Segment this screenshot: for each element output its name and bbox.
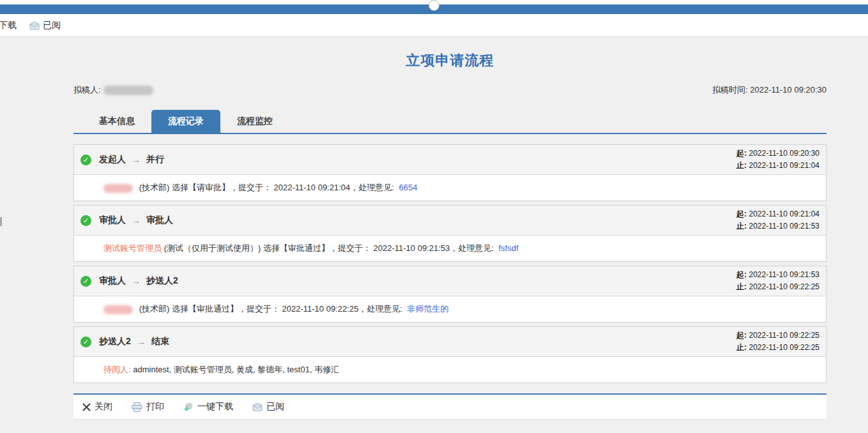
step-header: ✓ 审批人 → 抄送人2 起: 2022-11-10 09:21:53 止: 2…	[74, 266, 826, 296]
step-to: 审批人	[146, 215, 173, 226]
draft-time: 拟稿时间: 2022-11-10 09:20:30	[712, 84, 826, 96]
end-time: 2022-11-10 09:21:53	[749, 222, 819, 231]
read-button[interactable]: 已阅	[252, 401, 284, 413]
start-time: 2022-11-10 09:20:30	[749, 149, 819, 158]
read-label: 已阅	[266, 401, 284, 413]
close-label: 关闭	[95, 401, 112, 413]
step-header: ✓ 发起人 → 并行 起: 2022-11-10 09:20:30 止: 202…	[74, 145, 826, 174]
step-times: 起: 2022-11-10 09:20:30 止: 2022-11-10 09:…	[736, 148, 819, 172]
start-label: 起:	[736, 331, 747, 340]
draft-time-value: 2022-11-10 09:20:30	[750, 85, 826, 95]
redacted-name	[103, 184, 133, 193]
step-to: 结束	[151, 336, 169, 347]
detail-text: admintest, 测试账号管理员, 黄成, 黎德年, test01, 韦修汇	[133, 365, 339, 374]
workflow-step: ✓ 发起人 → 并行 起: 2022-11-10 09:20:30 止: 202…	[73, 144, 826, 201]
comment-link[interactable]: 非师范生的	[407, 304, 449, 314]
step-header: ✓ 审批人 → 审批人 起: 2022-11-10 09:21:04 止: 20…	[74, 206, 826, 235]
check-circle-icon: ✓	[80, 215, 91, 226]
start-time: 2022-11-10 09:22:25	[749, 331, 819, 340]
step-detail: (技术部) 选择【审批通过】，提交于： 2022-11-10 09:22:25，…	[74, 296, 826, 322]
draft-time-label: 拟稿时间:	[712, 85, 748, 95]
page: 下载 已阅 立项申请流程 拟稿人: 拟稿时间: 2022-11-10 09:20…	[0, 0, 868, 433]
step-from: 审批人	[99, 215, 126, 226]
step-times: 起: 2022-11-10 09:22:25 止: 2022-11-10 09:…	[736, 330, 819, 354]
end-time: 2022-11-10 09:22:25	[749, 282, 819, 291]
envelope-icon	[252, 402, 263, 411]
top-read-label: 已阅	[43, 20, 61, 31]
step-route: ✓ 审批人 → 审批人	[80, 215, 173, 226]
workflow-steps: ✓ 发起人 → 并行 起: 2022-11-10 09:20:30 止: 202…	[73, 144, 826, 383]
arrow-right-icon: →	[132, 155, 141, 165]
arrow-right-icon: →	[132, 215, 141, 225]
workflow-step: ✓ 审批人 → 审批人 起: 2022-11-10 09:21:04 止: 20…	[73, 205, 826, 262]
comment-link[interactable]: 6654	[399, 183, 418, 192]
tab-process-monitor[interactable]: 流程监控	[220, 110, 289, 133]
top-toolbar: 下载 已阅	[0, 14, 868, 37]
check-circle-icon: ✓	[80, 337, 91, 347]
printer-icon	[132, 402, 142, 412]
resize-handle[interactable]	[429, 0, 439, 11]
step-route: ✓ 抄送人2 → 结束	[80, 336, 169, 347]
step-detail: 测试账号管理员 (测试（仅用于测试使用）) 选择【审批通过】，提交于： 2022…	[74, 235, 826, 261]
check-circle-icon: ✓	[80, 276, 91, 287]
step-detail: 待阅人: admintest, 测试账号管理员, 黄成, 黎德年, test01…	[74, 356, 826, 383]
close-icon	[82, 403, 91, 411]
tab-basic-info[interactable]: 基本信息	[82, 110, 151, 133]
step-to: 抄送人2	[146, 275, 178, 287]
redacted-name	[103, 305, 133, 314]
detail-text: (技术部) 选择【请审批】，提交于： 2022-11-10 09:21:04，处…	[139, 183, 394, 192]
arrow-right-icon: →	[137, 337, 146, 347]
arrow-right-icon: →	[132, 276, 141, 286]
step-from: 抄送人2	[99, 336, 131, 347]
step-route: ✓ 发起人 → 并行	[80, 154, 164, 165]
main-content: 立项申请流程 拟稿人: 拟稿时间: 2022-11-10 09:20:30 基本…	[0, 51, 868, 433]
scrollbar-remnant	[0, 217, 2, 226]
download-label: 一键下载	[197, 401, 233, 413]
print-label: 打印	[146, 401, 164, 413]
download-button[interactable]: 一键下载	[183, 401, 233, 413]
drafter-label: 拟稿人:	[73, 84, 101, 96]
print-button[interactable]: 打印	[132, 401, 164, 413]
end-time: 2022-11-10 09:22:25	[749, 343, 819, 352]
end-time: 2022-11-10 09:21:04	[749, 161, 819, 170]
start-label: 起:	[736, 209, 747, 218]
bottom-toolbar: 关闭 打印 一键下载	[73, 393, 826, 420]
download-icon	[183, 402, 194, 412]
redacted-drafter-name	[103, 86, 153, 95]
actor-name: 测试账号管理员	[103, 243, 162, 253]
end-label: 止:	[736, 343, 747, 352]
workflow-step: ✓ 审批人 → 抄送人2 起: 2022-11-10 09:21:53 止: 2…	[73, 266, 826, 323]
end-label: 止:	[736, 282, 747, 291]
top-download-label: 下载	[0, 20, 17, 31]
check-circle-icon: ✓	[80, 155, 91, 165]
start-label: 起:	[736, 270, 747, 279]
start-label: 起:	[736, 149, 747, 158]
detail-text: (测试（仅用于测试使用）) 选择【审批通过】，提交于： 2022-11-10 0…	[164, 243, 494, 253]
step-from: 发起人	[99, 154, 126, 165]
comment-link[interactable]: fsfsdf	[499, 243, 519, 253]
tab-process-record[interactable]: 流程记录	[151, 110, 220, 133]
step-times: 起: 2022-11-10 09:21:53 止: 2022-11-10 09:…	[736, 269, 819, 293]
readers-label: 待阅人:	[103, 365, 131, 374]
step-route: ✓ 审批人 → 抄送人2	[80, 275, 178, 287]
detail-text: (技术部) 选择【审批通过】，提交于： 2022-11-10 09:22:25，…	[139, 304, 402, 314]
step-header: ✓ 抄送人2 → 结束 起: 2022-11-10 09:22:25 止: 20…	[74, 327, 826, 356]
step-to: 并行	[146, 154, 164, 165]
envelope-icon	[29, 21, 40, 30]
page-title: 立项申请流程	[73, 51, 826, 70]
close-button[interactable]: 关闭	[82, 401, 112, 413]
workflow-step: ✓ 抄送人2 → 结束 起: 2022-11-10 09:22:25 止: 20…	[73, 326, 826, 383]
end-label: 止:	[736, 161, 747, 170]
step-times: 起: 2022-11-10 09:21:04 止: 2022-11-10 09:…	[736, 208, 819, 232]
top-download-button[interactable]: 下载	[0, 20, 17, 31]
draft-info-row: 拟稿人: 拟稿时间: 2022-11-10 09:20:30	[73, 84, 826, 96]
step-from: 审批人	[99, 275, 126, 287]
step-detail: (技术部) 选择【请审批】，提交于： 2022-11-10 09:21:04，处…	[74, 174, 826, 201]
tab-bar: 基本信息 流程记录 流程监控	[73, 110, 826, 134]
top-read-button[interactable]: 已阅	[29, 20, 61, 31]
start-time: 2022-11-10 09:21:53	[749, 270, 819, 279]
end-label: 止:	[736, 222, 747, 231]
start-time: 2022-11-10 09:21:04	[749, 209, 819, 218]
